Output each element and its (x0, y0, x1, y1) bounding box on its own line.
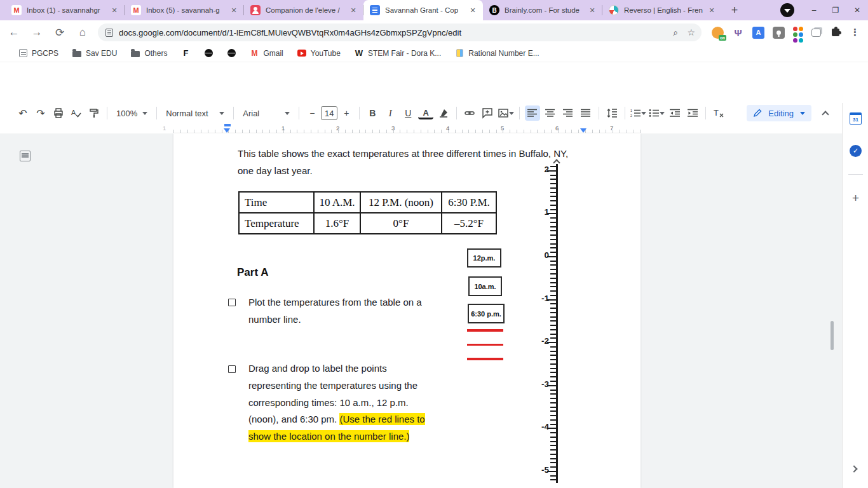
chrome-menu-icon[interactable]: ⋮ (850, 27, 860, 38)
clear-formatting-icon[interactable]: T (711, 105, 726, 121)
styles-select[interactable]: Normal text (162, 105, 228, 121)
home-icon[interactable]: ⌂ (74, 24, 92, 41)
increase-indent-button[interactable] (685, 105, 700, 121)
tab-brainly[interactable]: B Brainly.com - For stude ✕ (483, 0, 602, 20)
bookmark-flipgrid[interactable]: F (181, 49, 190, 58)
underline-button[interactable]: U (400, 105, 416, 121)
reload-icon[interactable]: ⟳ (51, 24, 69, 41)
italic-button[interactable]: I (383, 105, 398, 121)
translate-extension-icon[interactable]: A (752, 27, 764, 39)
scrollbar-thumb[interactable] (831, 321, 834, 350)
font-size-increase-button[interactable]: + (339, 105, 354, 121)
drag-label-12pm[interactable]: 12p.m. (467, 248, 501, 268)
bookmark-youtube[interactable]: YouTube (297, 49, 341, 58)
calendar-icon[interactable]: 31 (850, 112, 862, 125)
tab-close-icon[interactable]: ✕ (109, 5, 119, 15)
tab-gmail-inbox5[interactable]: M Inbox (5) - savannah-g ✕ (125, 0, 244, 20)
onetab-extension-icon[interactable]: on (712, 27, 724, 39)
new-tab-button[interactable]: + (726, 1, 743, 19)
tab-close-icon[interactable]: ✕ (587, 5, 597, 15)
text-color-button[interactable]: A (418, 108, 433, 119)
first-line-indent-marker[interactable] (224, 124, 231, 126)
minor-tick (550, 437, 556, 438)
add-addon-button[interactable]: + (850, 192, 862, 204)
temperature-table: Time 10 A.M. 12 P.M. (noon) 6:30 P.M. Te… (238, 191, 497, 234)
paint-format-icon[interactable] (86, 105, 102, 121)
numbered-list-button[interactable]: 12 (630, 105, 646, 121)
bookmark-site-2[interactable] (227, 49, 236, 58)
font-size-decrease-button[interactable]: − (304, 105, 320, 121)
minor-tick (550, 458, 556, 459)
forward-icon[interactable]: → (28, 24, 46, 41)
tab-title: Reverso | English - Fren (624, 6, 707, 14)
tasks-icon[interactable]: ✓ (850, 145, 862, 157)
document-outline-icon[interactable] (20, 151, 31, 161)
url-text[interactable]: docs.google.com/document/d/1-lEmC8fLMUie… (119, 28, 665, 37)
tab-reverso[interactable]: Reverso | English - Fren ✕ (602, 0, 722, 20)
profile-badge-icon[interactable] (780, 3, 794, 17)
tab-companion[interactable]: Companion de l'eleve / ✕ (244, 0, 363, 20)
drag-label-10am[interactable]: 10a.m. (468, 276, 502, 296)
bookmark-stem-fair[interactable]: WSTEM Fair - Dora K... (355, 49, 441, 58)
font-size-value[interactable]: 14 (321, 106, 337, 120)
drag-label-630pm[interactable]: 6:30 p.m. (468, 304, 505, 323)
page-info-icon[interactable] (105, 29, 113, 37)
document-page[interactable]: This table shows the exact temperatures … (173, 133, 641, 488)
print-icon[interactable] (51, 105, 66, 121)
align-right-button[interactable] (560, 105, 576, 121)
highlight-color-button[interactable] (436, 105, 451, 121)
tab-gmail-inbox1[interactable]: M Inbox (1) - savannahgr ✕ (5, 0, 125, 20)
bookmark-gmail[interactable]: MGmail (250, 49, 283, 58)
url-omnibox[interactable]: docs.google.com/document/d/1-lEmC8fLMUie… (98, 24, 702, 41)
tab-close-icon[interactable]: ✕ (468, 5, 478, 15)
number-line-label: 2 (520, 165, 549, 174)
checkbox-icon[interactable] (228, 365, 236, 373)
bookmark-pgcps[interactable]: PGCPS (19, 49, 58, 58)
back-icon[interactable]: ← (5, 24, 23, 41)
checkbox-icon[interactable] (228, 299, 236, 306)
insert-image-icon[interactable] (498, 105, 514, 121)
tab-docs-active[interactable]: Savannah Grant - Cop ✕ (363, 0, 483, 20)
bookmark-site-1[interactable] (204, 49, 213, 58)
font-select[interactable]: Arial (239, 105, 294, 121)
line-spacing-icon[interactable] (604, 105, 620, 121)
zoom-select[interactable]: 100% (112, 105, 151, 121)
readwrite-extension-icon[interactable]: Ψ (732, 27, 744, 39)
tab-close-icon[interactable]: ✕ (348, 5, 358, 15)
insert-link-icon[interactable] (462, 105, 477, 121)
bookmark-star-icon[interactable]: ☆ (687, 27, 695, 37)
minor-tick (550, 200, 556, 201)
add-comment-icon[interactable] (480, 105, 495, 121)
mode-select-editing[interactable]: Editing (747, 105, 811, 121)
ruler-number: 2 (336, 125, 339, 132)
tab-close-icon[interactable]: ✕ (229, 5, 239, 15)
close-button[interactable]: ✕ (846, 0, 868, 20)
chevron-down-icon (660, 112, 665, 118)
tab-title: Companion de l'eleve / (266, 6, 348, 14)
ruler[interactable]: 1 1 2 3 4 5 6 7 (0, 123, 842, 133)
redo-icon[interactable]: ↷ (33, 105, 48, 121)
tab-groups-extension-icon[interactable] (811, 29, 821, 37)
extensions-puzzle-icon[interactable] (832, 29, 839, 36)
align-center-button[interactable] (543, 105, 558, 121)
companion-side-panel: 31 ✓ + (842, 103, 868, 488)
tab-close-icon[interactable]: ✕ (707, 5, 717, 15)
undo-icon[interactable]: ↶ (15, 105, 31, 121)
minimize-button[interactable]: – (803, 0, 825, 20)
align-left-button[interactable] (525, 105, 540, 121)
clever-extension-icon[interactable] (793, 27, 803, 39)
chevron-right-icon[interactable] (850, 465, 857, 472)
bookmark-folder-sav-edu[interactable]: Sav EDU (72, 49, 117, 58)
decrease-indent-button[interactable] (667, 105, 682, 121)
spellcheck-icon[interactable]: A (69, 105, 84, 121)
bold-button[interactable]: B (365, 105, 380, 121)
align-justify-button[interactable] (578, 105, 593, 121)
hide-menus-button[interactable] (818, 105, 833, 121)
keep-extension-icon[interactable] (773, 27, 785, 39)
bookmark-rational-number[interactable]: Rational Number E... (455, 49, 539, 58)
bookmark-folder-others[interactable]: Others (131, 49, 167, 58)
bulleted-list-button[interactable] (649, 105, 665, 121)
restore-button[interactable]: ❐ (825, 0, 846, 20)
minor-tick (550, 217, 556, 219)
zoom-page-icon[interactable]: ⌕ (674, 27, 679, 38)
